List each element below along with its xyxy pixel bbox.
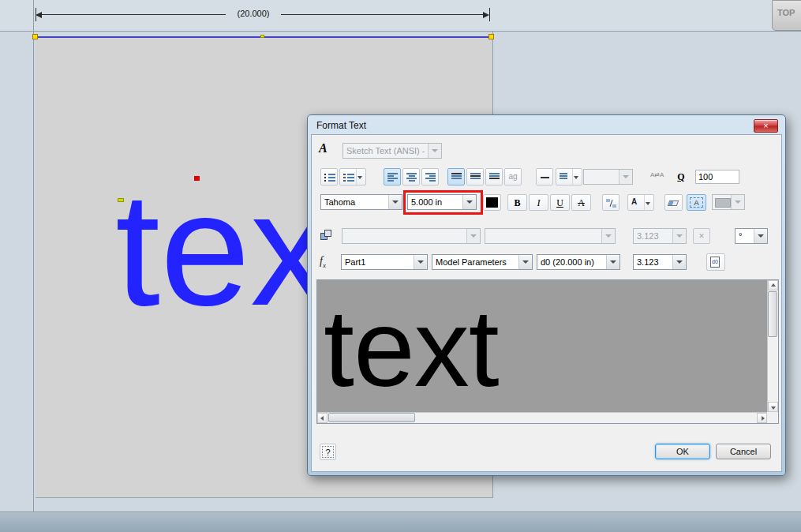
chevron-down-icon[interactable] (356, 169, 365, 185)
text-case-icon: A (631, 197, 637, 206)
horizontal-scroll-thumb[interactable] (328, 413, 415, 422)
text-color-button[interactable] (483, 194, 501, 211)
dimension-arrow-right (483, 12, 489, 18)
clear-property-button[interactable]: ✕ (693, 228, 710, 244)
justify-center-button[interactable] (402, 168, 420, 185)
cancel-button[interactable]: Cancel (716, 444, 771, 459)
help-button[interactable]: ? (320, 444, 336, 460)
viewcube-top-label[interactable]: TOP (777, 8, 795, 17)
font-family-combo[interactable]: Tahoma (320, 194, 402, 210)
chevron-down-icon[interactable] (606, 255, 619, 269)
vertical-scrollbar[interactable] (767, 280, 778, 412)
parameter-precision-combo[interactable]: 3.123 (633, 254, 687, 270)
stacked-text-button[interactable] (602, 194, 619, 211)
vertical-scroll-thumb[interactable] (768, 291, 777, 337)
arrow-left-icon (320, 416, 324, 421)
line-spacing-icon (560, 173, 567, 180)
eraser-icon (668, 200, 679, 206)
chevron-down-icon[interactable] (731, 195, 744, 209)
help-icon: ? (322, 446, 334, 458)
sketch-extent-line-left (33, 0, 34, 511)
chevron-down-icon[interactable] (672, 229, 686, 243)
dialog-title[interactable]: Format Text (316, 120, 366, 131)
component-combo[interactable]: Part1 (341, 254, 428, 270)
justify-right-icon (425, 173, 436, 182)
text-case-dropdown[interactable]: A (627, 194, 654, 211)
chevron-down-icon[interactable] (672, 255, 686, 269)
line-midpoint-handle[interactable] (260, 35, 264, 38)
line-endpoint-handle-right[interactable] (488, 34, 494, 39)
scroll-down-button[interactable] (768, 402, 778, 412)
clear-format-button[interactable] (664, 194, 683, 211)
align-bottom-button[interactable] (485, 168, 503, 185)
align-middle-icon (470, 173, 481, 180)
dimension-label[interactable]: (20.000) (226, 9, 281, 18)
align-middle-button[interactable] (466, 168, 484, 185)
chevron-down-icon[interactable] (414, 255, 427, 269)
text-editor-area[interactable]: text (316, 279, 779, 424)
clear-x-icon: ✕ (694, 229, 709, 243)
strikethrough-button[interactable]: A (571, 194, 591, 211)
line-endpoint-handle-left[interactable] (32, 34, 38, 39)
chevron-down-icon[interactable] (466, 229, 480, 243)
numbered-list-button[interactable] (339, 168, 366, 185)
parameter-value: d0 (20.000 in) (541, 257, 605, 267)
component-value: Part1 (345, 257, 413, 267)
scroll-right-button[interactable] (757, 413, 767, 423)
chevron-down-icon[interactable] (572, 169, 581, 185)
single-spacing-button[interactable] (536, 168, 553, 185)
property-type-combo[interactable] (342, 228, 481, 244)
bottom-border-region (0, 511, 801, 532)
property-precision-value: 3.123 (637, 231, 672, 241)
parameter-combo[interactable]: d0 (20.000 in) (537, 254, 620, 270)
chevron-down-icon[interactable] (619, 170, 632, 184)
horizontal-scrollbar[interactable] (317, 412, 767, 423)
bordered-text-button[interactable]: A (687, 194, 706, 211)
justify-left-button[interactable] (384, 168, 401, 185)
viewcube[interactable]: TOP (772, 0, 801, 31)
dimension-line-right (281, 14, 485, 15)
highlight-color-dropdown[interactable] (712, 194, 745, 210)
property-combo[interactable] (485, 228, 616, 244)
chevron-down-icon[interactable] (518, 255, 532, 269)
parameter-source-combo[interactable]: Model Parameters (432, 254, 533, 270)
scroll-up-button[interactable] (768, 280, 778, 290)
stretch-percent-input[interactable] (695, 170, 739, 184)
underline-icon: U (551, 195, 569, 211)
dialog-body: A Sketch Text (ANSI) - : (311, 134, 782, 472)
line-spacing-button[interactable] (556, 168, 582, 185)
dimension-arrow-left (36, 12, 42, 18)
property-precision-combo[interactable]: 3.123 (633, 228, 687, 244)
stretch-icon: Q (673, 169, 689, 185)
chevron-down-icon[interactable] (428, 144, 441, 158)
fit-text-button[interactable]: ag (504, 168, 522, 185)
ok-button[interactable]: OK (655, 444, 710, 459)
dash-icon (541, 177, 549, 178)
arrow-right-icon (762, 416, 765, 421)
text-style-combo[interactable]: Sketch Text (ANSI) - : (342, 143, 442, 159)
stretch-button[interactable]: Q (672, 168, 690, 185)
insert-parameter-icon: d0 (710, 257, 720, 268)
font-size-combo[interactable]: 5.000 in (407, 194, 477, 210)
editor-text[interactable]: text (324, 293, 499, 403)
chevron-down-icon[interactable] (601, 229, 615, 243)
italic-button[interactable]: I (529, 194, 548, 211)
close-button[interactable]: × (754, 119, 778, 133)
chevron-down-icon[interactable] (462, 195, 476, 209)
character-spacing-icon: A⇄A (650, 171, 664, 178)
arrow-up-icon (771, 283, 776, 287)
justify-right-button[interactable] (421, 168, 439, 185)
bullet-list-button[interactable] (320, 168, 338, 185)
scroll-left-button[interactable] (317, 413, 328, 423)
stacked-text-icon (606, 198, 616, 208)
spacing-value-combo[interactable] (583, 169, 633, 185)
component-icon (320, 230, 331, 240)
align-top-button[interactable] (447, 168, 465, 185)
bold-button[interactable]: B (507, 194, 527, 211)
chevron-down-icon[interactable] (644, 195, 653, 210)
insert-parameter-button[interactable]: d0 (706, 253, 725, 271)
degree-symbol-dropdown[interactable]: ° (735, 228, 768, 244)
underline-button[interactable]: U (550, 194, 570, 211)
chevron-down-icon[interactable] (388, 195, 402, 209)
chevron-down-icon[interactable] (754, 229, 767, 243)
